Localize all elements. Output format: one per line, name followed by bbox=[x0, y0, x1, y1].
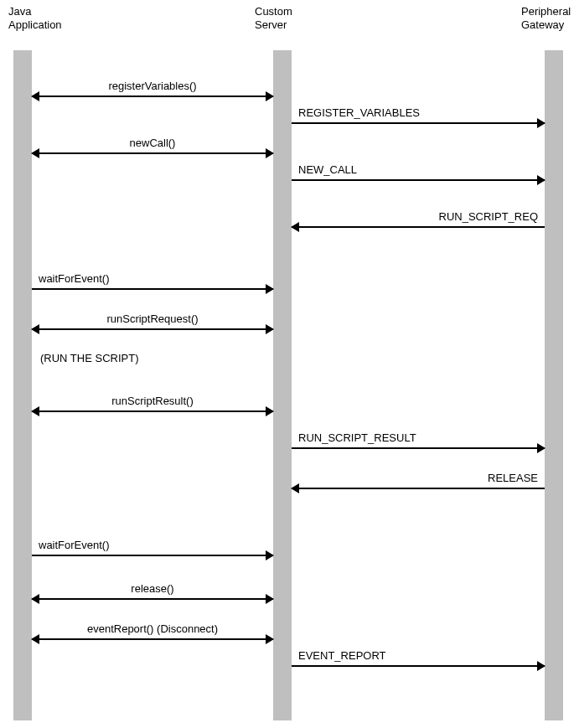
line-icon bbox=[32, 410, 273, 412]
arrow-right-icon bbox=[266, 406, 274, 416]
arrow-right-icon bbox=[266, 324, 274, 334]
arrow-left-icon bbox=[31, 634, 39, 644]
msg-new-call: newCall() bbox=[32, 134, 273, 154]
line-icon bbox=[32, 598, 273, 600]
line-icon bbox=[32, 638, 273, 640]
arrow-right-icon bbox=[266, 550, 274, 560]
msg-label: EVENT_REPORT bbox=[298, 649, 545, 662]
msg-register-variables-req: REGISTER_VARIABLES bbox=[292, 104, 545, 124]
arrow-right-icon bbox=[266, 634, 274, 644]
msg-label: release() bbox=[32, 582, 273, 595]
msg-release-req: RELEASE bbox=[292, 469, 545, 489]
arrow-right-icon bbox=[537, 118, 545, 128]
msg-run-script-result-req: RUN_SCRIPT_RESULT bbox=[292, 429, 545, 449]
msg-wait-for-event-2: waitForEvent() bbox=[32, 536, 273, 556]
arrow-left-icon bbox=[291, 483, 299, 493]
msg-label: eventReport() (Disconnect) bbox=[32, 622, 273, 635]
arrow-right-icon bbox=[537, 661, 545, 671]
lifeline-java bbox=[13, 50, 32, 720]
arrow-right-icon bbox=[266, 284, 274, 294]
line-icon bbox=[32, 96, 273, 97]
msg-release: release() bbox=[32, 580, 273, 600]
msg-run-script-request: runScriptRequest() bbox=[32, 310, 273, 330]
line-icon bbox=[32, 152, 273, 154]
msg-label: REGISTER_VARIABLES bbox=[298, 106, 545, 119]
line-icon bbox=[292, 226, 545, 228]
arrow-left-icon bbox=[291, 222, 299, 232]
line-icon bbox=[292, 665, 545, 667]
msg-label: NEW_CALL bbox=[298, 163, 545, 176]
arrow-left-icon bbox=[31, 148, 39, 158]
line-icon bbox=[292, 122, 545, 124]
arrow-left-icon bbox=[31, 324, 39, 334]
msg-label: newCall() bbox=[32, 137, 273, 149]
line-icon bbox=[32, 328, 273, 330]
msg-label: waitForEvent() bbox=[39, 272, 273, 285]
msg-label: RUN_SCRIPT_RESULT bbox=[298, 431, 545, 444]
msg-event-report-req: EVENT_REPORT bbox=[292, 647, 545, 667]
msg-label: RELEASE bbox=[292, 472, 538, 484]
msg-label: registerVariables() bbox=[32, 80, 273, 92]
actor-java-label: Java Application bbox=[8, 5, 62, 33]
arrow-left-icon bbox=[31, 406, 39, 416]
line-icon bbox=[32, 288, 273, 290]
arrow-left-icon bbox=[31, 91, 39, 101]
msg-run-script-req: RUN_SCRIPT_REQ bbox=[292, 208, 545, 228]
msg-label: RUN_SCRIPT_REQ bbox=[292, 210, 538, 223]
msg-run-script-result: runScriptResult() bbox=[32, 392, 273, 412]
line-icon bbox=[292, 179, 545, 181]
note-run-the-script: (RUN THE SCRIPT) bbox=[40, 352, 138, 364]
lifeline-custom bbox=[273, 50, 292, 720]
msg-label: waitForEvent() bbox=[39, 539, 273, 551]
arrow-left-icon bbox=[31, 594, 39, 604]
arrow-right-icon bbox=[266, 91, 274, 101]
lifeline-peripheral bbox=[545, 50, 563, 720]
arrow-right-icon bbox=[266, 594, 274, 604]
arrow-right-icon bbox=[537, 175, 545, 185]
msg-wait-for-event-1: waitForEvent() bbox=[32, 270, 273, 290]
line-icon bbox=[292, 447, 545, 449]
msg-label: runScriptRequest() bbox=[32, 312, 273, 325]
actor-custom-label: Custom Server bbox=[255, 5, 292, 33]
msg-event-report: eventReport() (Disconnect) bbox=[32, 620, 273, 640]
line-icon bbox=[292, 488, 545, 489]
msg-register-variables: registerVariables() bbox=[32, 77, 273, 97]
arrow-right-icon bbox=[537, 443, 545, 453]
actor-peripheral-label: Peripheral Gateway bbox=[521, 5, 571, 33]
msg-new-call-req: NEW_CALL bbox=[292, 161, 545, 181]
line-icon bbox=[32, 555, 273, 556]
arrow-right-icon bbox=[266, 148, 274, 158]
msg-label: runScriptResult() bbox=[32, 395, 273, 407]
